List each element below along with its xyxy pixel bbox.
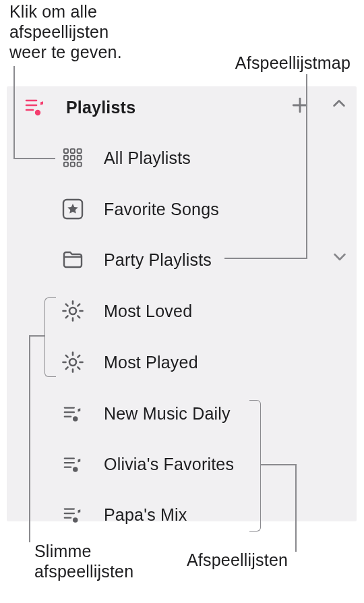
- sidebar-item-label: Most Loved: [104, 302, 192, 321]
- svg-rect-6: [64, 149, 68, 153]
- sidebar-item-party-folder[interactable]: Party Playlists: [61, 243, 212, 277]
- callout-connector: [295, 464, 297, 552]
- callout-connector: [260, 464, 297, 465]
- favorite-star-icon: [61, 197, 85, 221]
- svg-point-26: [69, 359, 76, 366]
- sidebar-item-olivias-favorites[interactable]: Olivia's Favorites: [61, 447, 234, 481]
- svg-rect-8: [78, 149, 82, 153]
- sidebar-item-most-loved[interactable]: Most Loved: [61, 294, 192, 328]
- sidebar-item-new-music-daily[interactable]: New Music Daily: [61, 397, 231, 430]
- svg-point-38: [73, 416, 78, 422]
- callout-connector: [29, 335, 30, 542]
- callout-all-playlists: Klik om alle afspeellijsten weer te geve…: [9, 1, 144, 62]
- callout-playlists: Afspeellijsten: [187, 550, 288, 570]
- svg-line-32: [78, 367, 80, 369]
- callout-bracket: [249, 400, 261, 532]
- playlist-icon: [61, 502, 85, 527]
- sidebar-item-label: New Music Daily: [104, 404, 231, 424]
- svg-rect-13: [71, 163, 75, 167]
- sidebar-item-label: Most Played: [104, 353, 198, 372]
- svg-line-23: [78, 316, 80, 318]
- svg-rect-11: [78, 156, 82, 160]
- svg-point-3: [35, 110, 40, 115]
- svg-line-25: [66, 316, 68, 318]
- svg-point-17: [69, 308, 76, 314]
- sidebar-item-all-playlists[interactable]: All Playlists: [61, 141, 191, 175]
- svg-rect-7: [71, 149, 75, 153]
- sidebar-header-label: Playlists: [66, 98, 135, 117]
- playlist-icon: [61, 452, 85, 476]
- callout-folder: Afspeellijstmap: [235, 53, 351, 73]
- sidebar-item-label: All Playlists: [104, 148, 191, 168]
- svg-line-31: [66, 355, 68, 357]
- callout-connector: [13, 66, 15, 159]
- expand-folder-chevron[interactable]: [332, 250, 347, 264]
- callout-smart-playlists: Slimme afspeellijsten: [34, 541, 133, 581]
- collapse-playlists-chevron[interactable]: [332, 96, 352, 117]
- svg-line-34: [66, 367, 68, 369]
- grid-icon: [61, 146, 85, 170]
- playlist-icon: [23, 95, 47, 119]
- callout-bracket: [44, 297, 56, 377]
- svg-rect-10: [71, 156, 75, 160]
- callout-connector: [29, 335, 45, 337]
- sidebar-header-playlists[interactable]: Playlists: [23, 90, 135, 124]
- playlist-icon: [61, 401, 85, 426]
- svg-rect-12: [64, 163, 68, 167]
- callout-connector: [306, 74, 307, 259]
- svg-rect-9: [64, 156, 68, 160]
- gear-icon: [61, 350, 85, 374]
- svg-line-22: [66, 304, 68, 306]
- gear-icon: [61, 299, 85, 323]
- folder-icon: [61, 248, 85, 272]
- sidebar-item-label: Olivia's Favorites: [104, 455, 234, 474]
- svg-point-42: [73, 467, 78, 472]
- svg-point-46: [73, 517, 78, 523]
- svg-rect-14: [78, 163, 82, 167]
- callout-connector: [13, 158, 55, 159]
- sidebar-item-label: Favorite Songs: [104, 200, 219, 219]
- sidebar-item-papas-mix[interactable]: Papa's Mix: [61, 498, 187, 532]
- sidebar-item-label: Papa's Mix: [104, 505, 187, 525]
- svg-line-33: [78, 355, 80, 357]
- sidebar-item-favorite-songs[interactable]: Favorite Songs: [61, 192, 219, 226]
- sidebar-item-label: Party Playlists: [104, 250, 212, 270]
- sidebar-item-most-played[interactable]: Most Played: [61, 345, 198, 379]
- callout-connector: [224, 258, 307, 259]
- svg-line-24: [78, 304, 80, 306]
- add-playlist-button[interactable]: [291, 96, 311, 117]
